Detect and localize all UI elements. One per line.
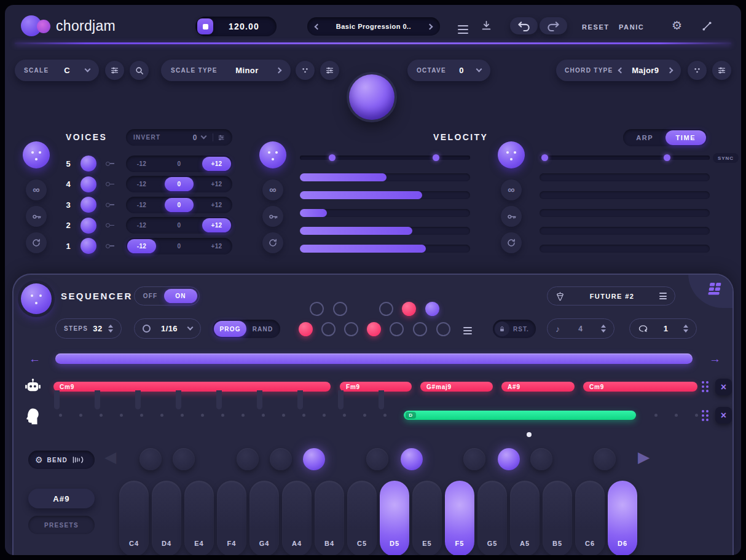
sequence-reset-button[interactable]: RST. bbox=[493, 320, 536, 338]
note-division-control[interactable]: ♪ 4 bbox=[547, 318, 614, 339]
transpose-option[interactable]: +12 bbox=[202, 177, 231, 191]
arp-rate-slider[interactable] bbox=[540, 154, 710, 161]
transpose-option[interactable]: 0 bbox=[165, 177, 194, 191]
voice-level-knob[interactable] bbox=[80, 218, 96, 234]
step-indicator[interactable] bbox=[310, 302, 324, 316]
step-indicator[interactable] bbox=[379, 302, 393, 316]
voice-level-knob[interactable] bbox=[80, 238, 96, 254]
note-knob[interactable] bbox=[366, 448, 388, 470]
rand-tab[interactable]: RAND bbox=[246, 321, 279, 337]
sequencer-randomize-knob[interactable] bbox=[21, 283, 52, 314]
velocity-infinity-button[interactable]: ∞ bbox=[262, 179, 283, 200]
arp-key-button[interactable] bbox=[501, 206, 522, 227]
key-C5[interactable]: C5 bbox=[347, 481, 377, 555]
step-indicator[interactable] bbox=[367, 322, 381, 336]
gear-icon[interactable]: ⚙ bbox=[35, 455, 43, 464]
transpose-option[interactable]: -12 bbox=[127, 218, 156, 232]
step-indicator[interactable] bbox=[333, 302, 347, 316]
time-tab[interactable]: TIME bbox=[666, 130, 707, 145]
key-A4[interactable]: A4 bbox=[282, 481, 312, 555]
key-D5[interactable]: D5 bbox=[380, 481, 409, 555]
velocity-bar[interactable] bbox=[300, 191, 470, 199]
arp-tab[interactable]: ARP bbox=[624, 130, 666, 145]
off-option[interactable]: OFF bbox=[136, 289, 164, 303]
grid-view-button[interactable] bbox=[688, 274, 734, 308]
arp-refresh-button[interactable] bbox=[501, 232, 522, 253]
step-indicator[interactable] bbox=[425, 302, 439, 316]
transpose-option[interactable]: 0 bbox=[165, 218, 194, 232]
chord-segment[interactable]: Fm9 bbox=[340, 382, 412, 392]
page-indicator-dot[interactable] bbox=[527, 432, 532, 437]
timeline-next-icon[interactable]: → bbox=[709, 353, 721, 365]
melody-note-bar[interactable]: D bbox=[404, 411, 636, 420]
chord-segment[interactable]: Cm9 bbox=[583, 382, 697, 392]
keyboard-next-icon[interactable]: ▶ bbox=[638, 449, 650, 465]
arp-bar[interactable] bbox=[540, 245, 710, 253]
arp-bar[interactable] bbox=[540, 191, 710, 199]
velocity-bar[interactable] bbox=[300, 173, 470, 181]
timeline-bar[interactable] bbox=[55, 353, 693, 364]
note-knob[interactable] bbox=[270, 448, 292, 470]
note-knob[interactable] bbox=[237, 448, 259, 470]
velocity-slider-handle[interactable] bbox=[329, 154, 336, 161]
quantize-control[interactable]: 1/16 bbox=[134, 318, 201, 339]
key-A5[interactable]: A5 bbox=[510, 481, 540, 555]
key-E5[interactable]: E5 bbox=[412, 481, 442, 555]
chord-segment[interactable]: A#9 bbox=[501, 382, 575, 392]
velocity-range-slider[interactable] bbox=[300, 154, 470, 161]
stepper-arrows-icon[interactable] bbox=[108, 325, 113, 333]
key-B5[interactable]: B5 bbox=[543, 481, 572, 555]
key-F5[interactable]: F5 bbox=[445, 481, 474, 555]
steps-control[interactable]: STEPS 32 bbox=[55, 318, 122, 339]
transpose-option[interactable]: -12 bbox=[127, 198, 156, 212]
velocity-refresh-button[interactable] bbox=[262, 232, 283, 253]
sequence-preset-menu-icon[interactable] bbox=[659, 291, 667, 301]
velocity-bar[interactable] bbox=[300, 245, 470, 253]
key-G4[interactable]: G4 bbox=[249, 481, 279, 555]
voice-level-knob[interactable] bbox=[80, 176, 96, 192]
note-knob[interactable] bbox=[530, 448, 552, 470]
loop-count-control[interactable]: 1 bbox=[629, 318, 697, 339]
key-F4[interactable]: F4 bbox=[217, 481, 246, 555]
chord-track-drag-handle[interactable] bbox=[702, 381, 709, 392]
key-D4[interactable]: D4 bbox=[152, 481, 181, 555]
velocity-randomize-knob[interactable] bbox=[259, 141, 286, 168]
timeline-prev-icon[interactable]: ← bbox=[29, 353, 41, 365]
transpose-option[interactable]: 0 bbox=[165, 239, 194, 253]
voice-level-knob[interactable] bbox=[80, 156, 96, 172]
voice-level-knob[interactable] bbox=[80, 197, 96, 213]
note-knob[interactable] bbox=[594, 448, 616, 470]
note-knob[interactable] bbox=[401, 448, 423, 470]
key-E4[interactable]: E4 bbox=[184, 481, 214, 555]
transpose-option[interactable]: +12 bbox=[202, 157, 231, 171]
transpose-option[interactable]: 0 bbox=[165, 157, 194, 171]
note-knob[interactable] bbox=[303, 448, 325, 470]
current-chord-display[interactable]: A#9 bbox=[28, 489, 95, 508]
arp-bar[interactable] bbox=[540, 227, 710, 235]
step-indicator[interactable] bbox=[402, 302, 416, 316]
key-B4[interactable]: B4 bbox=[315, 481, 344, 555]
on-option[interactable]: ON bbox=[164, 289, 197, 303]
sync-button[interactable]: SYNC bbox=[713, 153, 739, 163]
chord-segment[interactable]: G#maj9 bbox=[420, 382, 493, 392]
step-indicator[interactable] bbox=[321, 322, 336, 336]
transpose-option[interactable]: -12 bbox=[127, 177, 156, 191]
key-C6[interactable]: C6 bbox=[575, 481, 605, 555]
note-knob[interactable] bbox=[498, 448, 520, 470]
keyboard-prev-icon[interactable]: ◀ bbox=[104, 449, 116, 465]
presets-button[interactable]: PRESETS bbox=[28, 516, 95, 534]
chord-track-clear-button[interactable]: × bbox=[715, 379, 732, 395]
arp-slider-handle[interactable] bbox=[664, 154, 670, 161]
arp-bar[interactable] bbox=[540, 173, 710, 181]
sequence-preset-selector[interactable]: FUTURE #2 bbox=[547, 286, 675, 306]
melody-track-drag-handle[interactable] bbox=[702, 410, 709, 421]
stepper-arrows-icon[interactable] bbox=[601, 325, 606, 333]
stepper-arrows-icon[interactable] bbox=[683, 325, 688, 333]
step-indicator[interactable] bbox=[390, 322, 404, 336]
note-knob[interactable] bbox=[173, 448, 195, 470]
step-indicator[interactable] bbox=[436, 322, 450, 336]
transpose-option[interactable]: 0 bbox=[165, 198, 194, 212]
transpose-option[interactable]: +12 bbox=[202, 239, 231, 253]
prog-tab[interactable]: PROG bbox=[214, 321, 246, 337]
transpose-option[interactable]: -12 bbox=[127, 239, 156, 253]
